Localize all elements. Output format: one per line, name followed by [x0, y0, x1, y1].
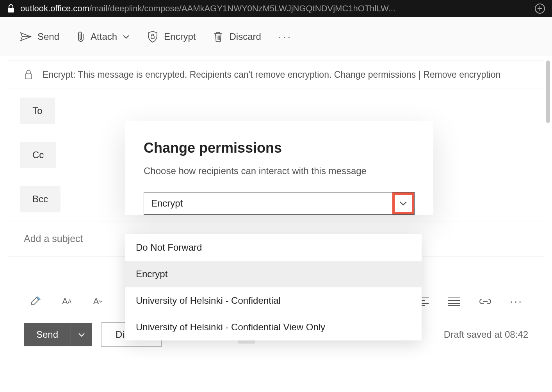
option-confidential-view-only[interactable]: University of Helsinki - Confidential Vi… — [125, 314, 422, 340]
font-size-with-chevron-icon[interactable]: A — [90, 294, 106, 309]
send-icon — [20, 31, 32, 42]
lock-icon — [7, 4, 15, 13]
paperclip-icon — [77, 31, 85, 43]
url-host: outlook.office.com — [20, 4, 89, 13]
banner-sep: | — [416, 69, 423, 80]
send-button[interactable]: Send — [20, 31, 59, 42]
new-tab-icon[interactable] — [535, 4, 545, 14]
scrollbar-thumb[interactable] — [546, 61, 550, 123]
more-format-icon[interactable]: ··· — [509, 294, 524, 309]
attach-button[interactable]: Attach — [77, 31, 130, 43]
send-main-button[interactable]: Send — [24, 323, 71, 346]
insert-link-icon[interactable] — [477, 294, 493, 309]
dialog-hint: Choose how recipients can interact with … — [144, 166, 415, 176]
ellipsis-icon: ··· — [278, 30, 292, 43]
more-button[interactable]: ··· — [278, 30, 292, 43]
discard-label: Discard — [229, 31, 261, 42]
encrypt-label: Encrypt — [164, 31, 196, 42]
draft-saved-status: Draft saved at 08:42 — [444, 329, 528, 340]
browser-addressbar: outlook.office.com/mail/deeplink/compose… — [0, 0, 552, 17]
encryption-banner: Encrypt: This message is encrypted. Reci… — [8, 61, 544, 89]
lock-icon — [24, 69, 33, 80]
permissions-select[interactable]: Encrypt — [144, 192, 415, 215]
trash-icon — [213, 30, 224, 43]
option-do-not-forward[interactable]: Do Not Forward — [125, 234, 422, 261]
send-label: Send — [37, 31, 59, 42]
send-split-button: Send — [24, 323, 92, 346]
bcc-button[interactable]: Bcc — [20, 186, 61, 212]
banner-text: This message is encrypted. Recipients ca… — [78, 69, 331, 80]
to-button[interactable]: To — [20, 98, 55, 124]
send-options-button[interactable] — [71, 323, 92, 346]
option-encrypt[interactable]: Encrypt — [125, 261, 422, 287]
cc-button[interactable]: Cc — [20, 142, 56, 168]
svg-rect-2 — [151, 36, 154, 39]
align-justify-icon[interactable] — [446, 294, 462, 309]
svg-rect-3 — [25, 74, 32, 79]
attach-label: Attach — [91, 31, 117, 42]
change-permissions-dialog: Change permissions Choose how recipients… — [125, 121, 433, 215]
permissions-dropdown: Do Not Forward Encrypt University of Hel… — [125, 234, 422, 340]
encrypt-button[interactable]: Encrypt — [147, 30, 196, 43]
chevron-down-icon — [78, 332, 85, 337]
font-size-increase-icon[interactable]: AA — [59, 294, 75, 309]
url-text[interactable]: outlook.office.com/mail/deeplink/compose… — [20, 4, 529, 14]
remove-encryption-link[interactable]: Remove encryption — [423, 69, 500, 80]
chevron-down-icon — [123, 34, 130, 39]
compose-commandbar: Send Attach Encrypt Discard ··· — [0, 17, 552, 56]
svg-rect-0 — [8, 8, 14, 12]
shield-lock-icon — [147, 30, 158, 43]
banner-text-wrap: Encrypt: This message is encrypted. Reci… — [43, 69, 500, 80]
chevron-down-icon — [399, 201, 408, 206]
dialog-title: Change permissions — [144, 140, 415, 156]
url-path: /mail/deeplink/compose/AAMkAGY1NWY0NzM5L… — [89, 4, 395, 13]
option-confidential[interactable]: University of Helsinki - Confidential — [125, 287, 422, 314]
format-painter-icon[interactable] — [28, 294, 43, 309]
permissions-select-value: Encrypt — [151, 198, 392, 209]
banner-prefix: Encrypt: — [43, 69, 78, 80]
discard-button[interactable]: Discard — [213, 30, 261, 43]
permissions-select-caret[interactable] — [392, 192, 414, 214]
change-permissions-link[interactable]: Change permissions — [334, 69, 416, 80]
